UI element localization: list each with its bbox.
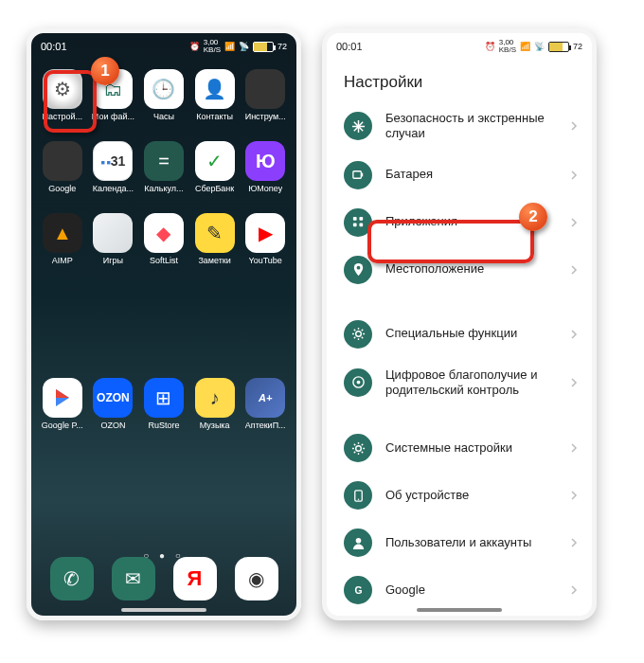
battery-pct: 72 [573,42,582,51]
app-google[interactable]: Google [37,141,88,209]
app-aimp[interactable]: ▲AIMP [37,213,88,281]
settings-row-battery[interactable]: Батарея [327,152,592,199]
signal-icon: 📶 [224,42,235,51]
ic-tools-icon [245,69,285,109]
svg-text:G: G [354,585,362,596]
settings-label: Системные настройки [385,440,569,456]
ic-clock-icon: 🕒 [144,69,184,109]
app-label: Часы [153,112,174,121]
settings-row-gear[interactable]: Специальные функции [327,311,592,358]
svg-rect-0 [352,171,360,179]
ic-rustore-icon: ⊞ [144,378,184,418]
settings-label: Пользователи и аккаунты [385,535,569,550]
app-label: АптекиП... [245,421,286,430]
ic-yoo-icon: Ю [245,141,285,181]
settings-row-location[interactable]: Местоположение [327,246,592,294]
app-мои-фай-[interactable]: 🗂Мои фай... [88,69,139,137]
settings-row-google[interactable]: GGoogle [327,566,592,614]
ic-softlist-icon: ◆ [144,213,184,253]
svg-point-9 [356,381,360,385]
app-label: Инструм... [245,112,286,121]
alarm-icon: ⏰ [189,42,200,51]
app-игры[interactable]: Игры [88,213,139,281]
app-контакты[interactable]: 👤Контакты [189,69,241,137]
app-label: SoftList [150,256,178,265]
app-календа-[interactable]: ■ ■31Календа... [88,141,139,209]
app-аптекип-[interactable]: A+АптекиП... [240,378,291,446]
apps-icon [344,208,372,237]
chevron-right-icon [569,167,579,184]
ic-music-icon: ♪ [195,378,235,418]
svg-point-7 [355,332,361,337]
app-label: OZON [100,421,125,430]
asterisk-icon [344,112,372,140]
svg-point-10 [355,445,361,451]
svg-rect-1 [361,173,363,177]
app-label: Заметки [198,256,230,265]
home-indicator [417,608,502,612]
battery-pct: 72 [277,42,287,51]
app-[interactable]: ◉ [235,557,278,600]
settings-row-device[interactable]: Об устройстве [327,472,592,519]
device-icon [344,481,372,510]
app-label: СберБанк [195,184,234,193]
svg-rect-5 [359,223,363,226]
app-юmoney[interactable]: ЮЮMoney [240,141,291,209]
chevron-right-icon [569,582,579,599]
google-icon: G [344,576,372,604]
app-google-p-[interactable]: Google P... [37,378,88,446]
dock: ✆✉Я◉ [31,557,296,600]
status-time: 00:01 [336,41,363,52]
ic-files-icon: 🗂 [93,69,133,109]
app-rustore[interactable]: ⊞RuStore [138,378,189,446]
settings-label: Google [385,582,569,598]
user-icon [344,529,372,557]
app-label: Календа... [93,184,134,193]
app-youtube[interactable]: ▶YouTube [240,213,291,281]
ic-calendar-icon: ■ ■31 [93,141,133,181]
status-time: 00:01 [41,41,67,52]
app-ozon[interactable]: OZONOZON [88,378,139,446]
app-label: Игры [103,256,123,265]
app-label: Google P... [42,421,83,430]
app-сбербанк[interactable]: ✓СберБанк [189,141,241,209]
app-label: Калькул... [144,184,183,193]
app-label: Google [48,184,76,193]
ic-aimp-icon: ▲ [43,213,82,253]
settings-row-gear[interactable]: Системные настройки [327,424,592,472]
ic-games-icon [93,213,133,253]
app-калькул-[interactable]: =Калькул... [138,141,189,209]
app-часы[interactable]: 🕒Часы [138,69,189,137]
digital-icon [344,368,372,397]
ic-camera-icon: ◉ [235,557,278,600]
app-softlist[interactable]: ◆SoftList [138,213,189,281]
gear-icon [344,320,372,349]
app-музыка[interactable]: ♪Музыка [189,378,241,446]
settings-row-digital[interactable]: Цифровое благополучие и родительский кон… [327,358,592,408]
app-[interactable]: ✆ [50,557,94,600]
svg-point-12 [357,498,359,500]
location-icon [344,256,372,284]
app-label: YouTube [249,256,282,265]
settings-row-apps[interactable]: Приложения [327,199,592,246]
app-[interactable]: Я [173,557,217,600]
settings-row-user[interactable]: Пользователи и аккаунты [327,519,592,566]
settings-label: Безопасность и экстренные случаи [385,111,569,142]
home-indicator [121,608,206,612]
app-[interactable]: ✉ [112,557,155,600]
status-bar-right: 00:01 ⏰ 3,00KB/S 📶 📡 72 [327,33,592,60]
gear-icon [344,434,372,462]
chevron-right-icon [569,439,579,457]
battery-icon [548,42,569,52]
settings-label: Об устройстве [385,488,569,503]
app-настрой-[interactable]: ⚙Настрой... [37,69,88,137]
app-заметки[interactable]: ✎Заметки [189,213,241,281]
settings-row-asterisk[interactable]: Безопасность и экстренные случаи [327,101,592,152]
ic-contacts-icon: 👤 [195,69,235,109]
app-инструм-[interactable]: Инструм... [240,69,291,137]
chevron-right-icon [569,487,579,504]
ic-ozon-icon: OZON [93,378,133,418]
app-label: RuStore [148,421,179,430]
svg-rect-2 [352,217,356,221]
settings-label: Батарея [385,167,569,182]
